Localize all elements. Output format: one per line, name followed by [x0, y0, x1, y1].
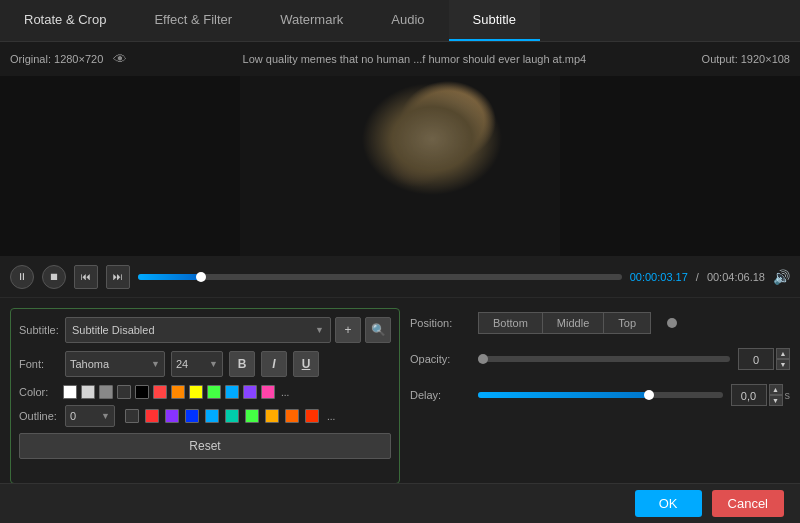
opacity-row: Opacity: 0 ▲ ▼ — [410, 348, 790, 370]
reset-button[interactable]: Reset — [19, 433, 391, 459]
outline-value-dropdown[interactable]: 0 ▼ — [65, 405, 115, 427]
color-swatch-6[interactable] — [153, 385, 167, 399]
position-middle-button[interactable]: Middle — [542, 312, 603, 334]
subtitle-select-group: Subtitle Disabled ▼ + 🔍 — [65, 317, 391, 343]
tab-subtitle[interactable]: Subtitle — [449, 0, 540, 41]
position-top-button[interactable]: Top — [603, 312, 651, 334]
delay-value: 0,0 — [731, 384, 767, 406]
outline-more-colors-button[interactable]: ... — [327, 411, 335, 422]
color-swatch-8[interactable] — [189, 385, 203, 399]
search-subtitle-button[interactable]: 🔍 — [365, 317, 391, 343]
stop-button[interactable]: ⏹ — [42, 265, 66, 289]
italic-button[interactable]: I — [261, 351, 287, 377]
outline-color-swatch-9[interactable] — [285, 409, 299, 423]
original-resolution: Original: 1280×720 — [10, 53, 103, 65]
ok-button[interactable]: OK — [635, 490, 702, 517]
video-info-bar: Original: 1280×720 👁 Low quality memes t… — [0, 42, 800, 76]
opacity-slider[interactable] — [478, 356, 730, 362]
delay-increment-button[interactable]: ▲ — [769, 384, 783, 395]
color-swatch-11[interactable] — [243, 385, 257, 399]
fontsize-dropdown-arrow-icon: ▼ — [209, 359, 218, 369]
progress-fill — [138, 274, 201, 280]
top-navigation: Rotate & Crop Effect & Filter Watermark … — [0, 0, 800, 42]
color-swatch-4[interactable] — [117, 385, 131, 399]
position-row: Position: Bottom Middle Top — [410, 312, 790, 334]
color-swatch-3[interactable] — [99, 385, 113, 399]
output-resolution: Output: 1920×108 — [702, 53, 790, 65]
font-dropdown-arrow-icon: ▼ — [151, 359, 160, 369]
outline-row: Outline: 0 ▼ ... — [19, 405, 391, 427]
outline-color-swatch-3[interactable] — [165, 409, 179, 423]
opacity-increment-button[interactable]: ▲ — [776, 348, 790, 359]
subtitle-row: Subtitle: Subtitle Disabled ▼ + 🔍 — [19, 317, 391, 343]
color-row: Color: ... — [19, 385, 391, 399]
position-settings-panel: Position: Bottom Middle Top Opacity: — [410, 308, 790, 484]
filename-label: Low quality memes that no human ...f hum… — [137, 53, 691, 65]
subtitle-label: Subtitle: — [19, 324, 59, 336]
color-swatch-1[interactable] — [63, 385, 77, 399]
outline-color-swatch-1[interactable] — [125, 409, 139, 423]
subtitle-dropdown[interactable]: Subtitle Disabled ▼ — [65, 317, 331, 343]
progress-thumb[interactable] — [196, 272, 206, 282]
progress-bar[interactable] — [138, 274, 622, 280]
outline-color-swatch-6[interactable] — [225, 409, 239, 423]
font-family-dropdown[interactable]: Tahoma ▼ — [65, 351, 165, 377]
position-label: Position: — [410, 317, 470, 329]
delay-decrement-button[interactable]: ▼ — [769, 395, 783, 406]
underline-button[interactable]: U — [293, 351, 319, 377]
tab-audio[interactable]: Audio — [367, 0, 448, 41]
current-time: 00:00:03.17 — [630, 271, 688, 283]
prev-frame-button[interactable]: ⏮ — [74, 265, 98, 289]
color-swatch-10[interactable] — [225, 385, 239, 399]
settings-panel: Subtitle: Subtitle Disabled ▼ + 🔍 Font: … — [0, 298, 800, 494]
search-icon: 🔍 — [371, 323, 386, 337]
outline-color-swatch-8[interactable] — [265, 409, 279, 423]
delay-slider[interactable] — [478, 392, 723, 398]
opacity-slider-thumb[interactable] — [478, 354, 488, 364]
bold-button[interactable]: B — [229, 351, 255, 377]
delay-slider-thumb[interactable] — [644, 390, 654, 400]
delay-row: Delay: 0,0 ▲ ▼ s — [410, 384, 790, 406]
position-bottom-button[interactable]: Bottom — [478, 312, 542, 334]
dropdown-arrow-icon: ▼ — [315, 325, 324, 335]
color-swatch-5[interactable] — [135, 385, 149, 399]
more-colors-button[interactable]: ... — [281, 387, 289, 398]
pause-button[interactable]: ⏸ — [10, 265, 34, 289]
position-group: Bottom Middle Top — [478, 312, 651, 334]
delay-slider-fill — [478, 392, 649, 398]
opacity-value: 0 — [738, 348, 774, 370]
delay-value-box: 0,0 ▲ ▼ s — [731, 384, 791, 406]
add-subtitle-button[interactable]: + — [335, 317, 361, 343]
color-swatch-7[interactable] — [171, 385, 185, 399]
color-swatch-2[interactable] — [81, 385, 95, 399]
video-preview — [240, 76, 560, 256]
opacity-label: Opacity: — [410, 353, 470, 365]
tab-rotate-crop[interactable]: Rotate & Crop — [0, 0, 130, 41]
playback-controls: ⏸ ⏹ ⏮ ⏭ 00:00:03.17 / 00:04:06.18 🔊 — [0, 256, 800, 298]
outline-color-swatch-5[interactable] — [205, 409, 219, 423]
cancel-button[interactable]: Cancel — [712, 490, 784, 517]
next-frame-button[interactable]: ⏭ — [106, 265, 130, 289]
action-bar: OK Cancel — [0, 483, 800, 523]
outline-color-swatch-4[interactable] — [185, 409, 199, 423]
total-time: 00:04:06.18 — [707, 271, 765, 283]
delay-unit-label: s — [785, 389, 791, 401]
tab-effect-filter[interactable]: Effect & Filter — [130, 0, 256, 41]
delay-label: Delay: — [410, 389, 470, 401]
outline-color-swatch-2[interactable] — [145, 409, 159, 423]
font-size-dropdown[interactable]: 24 ▼ — [171, 351, 223, 377]
color-label: Color: — [19, 386, 59, 398]
tab-watermark[interactable]: Watermark — [256, 0, 367, 41]
outline-color-swatch-7[interactable] — [245, 409, 259, 423]
video-preview-area — [0, 76, 800, 256]
position-indicator — [667, 318, 677, 328]
preview-toggle-icon[interactable]: 👁 — [113, 51, 127, 67]
color-swatch-12[interactable] — [261, 385, 275, 399]
opacity-value-box: 0 ▲ ▼ — [738, 348, 790, 370]
volume-icon[interactable]: 🔊 — [773, 269, 790, 285]
outline-color-swatch-10[interactable] — [305, 409, 319, 423]
opacity-decrement-button[interactable]: ▼ — [776, 359, 790, 370]
opacity-spinners: ▲ ▼ — [776, 348, 790, 370]
delay-spinners: ▲ ▼ — [769, 384, 783, 406]
color-swatch-9[interactable] — [207, 385, 221, 399]
